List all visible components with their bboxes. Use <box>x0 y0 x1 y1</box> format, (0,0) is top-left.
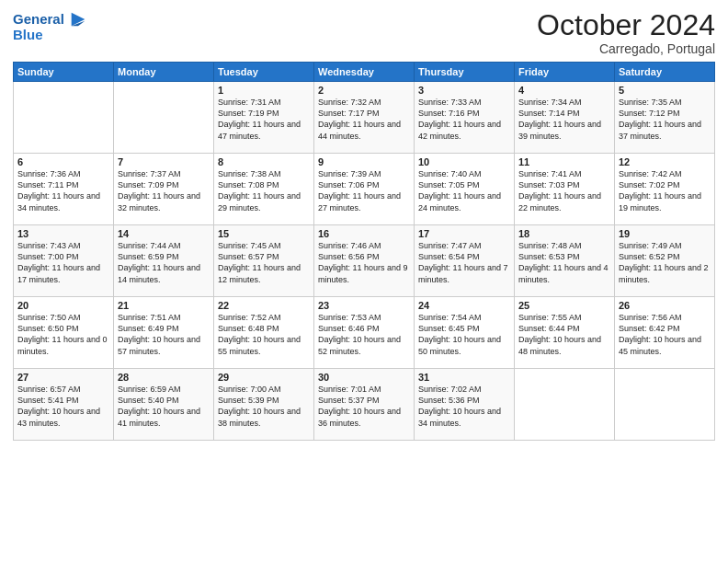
day-info: Sunrise: 7:47 AMSunset: 6:54 PMDaylight:… <box>418 240 510 285</box>
location: Carregado, Portugal <box>537 41 715 56</box>
day-cell: 2Sunrise: 7:32 AMSunset: 7:17 PMDaylight… <box>314 82 415 154</box>
day-number: 9 <box>318 156 410 167</box>
day-info: Sunrise: 7:42 AMSunset: 7:02 PMDaylight:… <box>619 168 711 213</box>
header: General Blue October 2024 Carregado, Por… <box>13 9 715 56</box>
day-cell <box>114 82 214 154</box>
day-info: Sunrise: 7:35 AMSunset: 7:12 PMDaylight:… <box>619 97 711 142</box>
day-info: Sunrise: 7:54 AMSunset: 6:45 PMDaylight:… <box>418 312 510 357</box>
day-cell: 30Sunrise: 7:01 AMSunset: 5:37 PMDayligh… <box>314 369 415 441</box>
day-number: 29 <box>218 372 310 383</box>
page: General Blue October 2024 Carregado, Por… <box>0 0 728 563</box>
day-cell: 9Sunrise: 7:39 AMSunset: 7:06 PMDaylight… <box>314 154 415 225</box>
day-cell: 4Sunrise: 7:34 AMSunset: 7:14 PMDaylight… <box>515 82 615 154</box>
day-cell: 31Sunrise: 7:02 AMSunset: 5:36 PMDayligh… <box>415 369 515 441</box>
day-cell <box>515 369 615 441</box>
day-info: Sunrise: 7:34 AMSunset: 7:14 PMDaylight:… <box>518 97 610 142</box>
day-info: Sunrise: 7:50 AMSunset: 6:50 PMDaylight:… <box>17 312 109 357</box>
col-header-sunday: Sunday <box>14 63 114 82</box>
day-number: 15 <box>218 228 310 239</box>
day-number: 28 <box>118 372 210 383</box>
day-number: 10 <box>418 156 510 167</box>
day-number: 8 <box>218 156 310 167</box>
logo-text2: Blue <box>13 28 88 43</box>
day-number: 6 <box>17 156 109 167</box>
col-header-friday: Friday <box>515 63 615 82</box>
calendar-table: SundayMondayTuesdayWednesdayThursdayFrid… <box>13 62 715 441</box>
week-row-3: 13Sunrise: 7:43 AMSunset: 7:00 PMDayligh… <box>14 225 715 297</box>
day-info: Sunrise: 7:45 AMSunset: 6:57 PMDaylight:… <box>218 240 310 285</box>
day-info: Sunrise: 7:51 AMSunset: 6:49 PMDaylight:… <box>118 312 210 357</box>
week-row-5: 27Sunrise: 6:57 AMSunset: 5:41 PMDayligh… <box>14 369 715 441</box>
day-number: 22 <box>218 300 310 311</box>
day-number: 2 <box>318 85 410 96</box>
day-info: Sunrise: 7:55 AMSunset: 6:44 PMDaylight:… <box>518 312 610 357</box>
day-cell: 7Sunrise: 7:37 AMSunset: 7:09 PMDaylight… <box>114 154 214 225</box>
week-row-4: 20Sunrise: 7:50 AMSunset: 6:50 PMDayligh… <box>14 297 715 369</box>
day-cell: 21Sunrise: 7:51 AMSunset: 6:49 PMDayligh… <box>114 297 214 369</box>
day-info: Sunrise: 7:33 AMSunset: 7:16 PMDaylight:… <box>418 97 510 142</box>
day-cell: 12Sunrise: 7:42 AMSunset: 7:02 PMDayligh… <box>615 154 715 225</box>
day-cell: 24Sunrise: 7:54 AMSunset: 6:45 PMDayligh… <box>415 297 515 369</box>
logo: General Blue <box>13 9 88 43</box>
day-info: Sunrise: 7:39 AMSunset: 7:06 PMDaylight:… <box>318 168 410 213</box>
day-info: Sunrise: 7:36 AMSunset: 7:11 PMDaylight:… <box>17 168 109 213</box>
day-cell: 3Sunrise: 7:33 AMSunset: 7:16 PMDaylight… <box>415 82 515 154</box>
day-number: 7 <box>118 156 210 167</box>
day-number: 20 <box>17 300 109 311</box>
day-cell: 16Sunrise: 7:46 AMSunset: 6:56 PMDayligh… <box>314 225 415 297</box>
day-number: 30 <box>318 372 410 383</box>
day-cell: 29Sunrise: 7:00 AMSunset: 5:39 PMDayligh… <box>214 369 314 441</box>
day-info: Sunrise: 6:57 AMSunset: 5:41 PMDaylight:… <box>17 384 109 429</box>
day-cell: 13Sunrise: 7:43 AMSunset: 7:00 PMDayligh… <box>14 225 114 297</box>
day-info: Sunrise: 7:49 AMSunset: 6:52 PMDaylight:… <box>619 240 711 285</box>
day-cell: 5Sunrise: 7:35 AMSunset: 7:12 PMDaylight… <box>615 82 715 154</box>
day-number: 1 <box>218 85 310 96</box>
day-info: Sunrise: 7:41 AMSunset: 7:03 PMDaylight:… <box>518 168 610 213</box>
day-info: Sunrise: 7:44 AMSunset: 6:59 PMDaylight:… <box>118 240 210 285</box>
logo-text: General <box>13 12 64 28</box>
day-info: Sunrise: 7:52 AMSunset: 6:48 PMDaylight:… <box>218 312 310 357</box>
day-info: Sunrise: 7:46 AMSunset: 6:56 PMDaylight:… <box>318 240 410 285</box>
day-cell: 6Sunrise: 7:36 AMSunset: 7:11 PMDaylight… <box>14 154 114 225</box>
day-number: 23 <box>318 300 410 311</box>
day-cell: 26Sunrise: 7:56 AMSunset: 6:42 PMDayligh… <box>615 297 715 369</box>
day-number: 4 <box>518 85 610 96</box>
week-row-2: 6Sunrise: 7:36 AMSunset: 7:11 PMDaylight… <box>14 154 715 225</box>
title-block: October 2024 Carregado, Portugal <box>537 9 715 56</box>
day-number: 5 <box>619 85 711 96</box>
day-cell: 19Sunrise: 7:49 AMSunset: 6:52 PMDayligh… <box>615 225 715 297</box>
day-info: Sunrise: 7:56 AMSunset: 6:42 PMDaylight:… <box>619 312 711 357</box>
day-number: 24 <box>418 300 510 311</box>
day-cell: 10Sunrise: 7:40 AMSunset: 7:05 PMDayligh… <box>415 154 515 225</box>
day-number: 11 <box>518 156 610 167</box>
day-cell <box>615 369 715 441</box>
day-number: 25 <box>518 300 610 311</box>
day-number: 16 <box>318 228 410 239</box>
day-info: Sunrise: 7:00 AMSunset: 5:39 PMDaylight:… <box>218 384 310 429</box>
col-header-tuesday: Tuesday <box>214 63 314 82</box>
day-number: 13 <box>17 228 109 239</box>
day-cell: 15Sunrise: 7:45 AMSunset: 6:57 PMDayligh… <box>214 225 314 297</box>
day-number: 14 <box>118 228 210 239</box>
logo-icon <box>68 9 88 29</box>
day-info: Sunrise: 7:01 AMSunset: 5:37 PMDaylight:… <box>318 384 410 429</box>
col-header-saturday: Saturday <box>615 63 715 82</box>
day-info: Sunrise: 7:32 AMSunset: 7:17 PMDaylight:… <box>318 97 410 142</box>
day-number: 27 <box>17 372 109 383</box>
day-cell: 14Sunrise: 7:44 AMSunset: 6:59 PMDayligh… <box>114 225 214 297</box>
day-cell: 1Sunrise: 7:31 AMSunset: 7:19 PMDaylight… <box>214 82 314 154</box>
day-cell: 8Sunrise: 7:38 AMSunset: 7:08 PMDaylight… <box>214 154 314 225</box>
day-cell: 23Sunrise: 7:53 AMSunset: 6:46 PMDayligh… <box>314 297 415 369</box>
day-info: Sunrise: 7:02 AMSunset: 5:36 PMDaylight:… <box>418 384 510 429</box>
day-number: 17 <box>418 228 510 239</box>
week-row-1: 1Sunrise: 7:31 AMSunset: 7:19 PMDaylight… <box>14 82 715 154</box>
day-info: Sunrise: 7:53 AMSunset: 6:46 PMDaylight:… <box>318 312 410 357</box>
day-cell: 25Sunrise: 7:55 AMSunset: 6:44 PMDayligh… <box>515 297 615 369</box>
header-row: SundayMondayTuesdayWednesdayThursdayFrid… <box>14 63 715 82</box>
day-cell: 11Sunrise: 7:41 AMSunset: 7:03 PMDayligh… <box>515 154 615 225</box>
day-number: 3 <box>418 85 510 96</box>
day-number: 26 <box>619 300 711 311</box>
day-number: 18 <box>518 228 610 239</box>
day-number: 19 <box>619 228 711 239</box>
day-number: 31 <box>418 372 510 383</box>
